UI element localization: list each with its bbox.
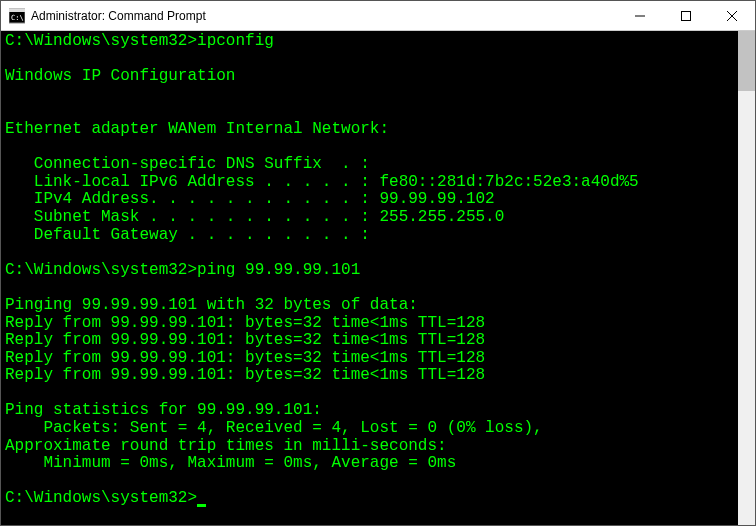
line: Subnet Mask . . . . . . . . . . . : 255.… (5, 208, 504, 226)
line: Connection-specific DNS Suffix . : (5, 155, 370, 173)
line: Default Gateway . . . . . . . . . : (5, 226, 370, 244)
line: Reply from 99.99.99.101: bytes=32 time<1… (5, 366, 485, 384)
line: Approximate round trip times in milli-se… (5, 437, 447, 455)
line: Minimum = 0ms, Maximum = 0ms, Average = … (5, 454, 456, 472)
line: Ping statistics for 99.99.99.101: (5, 401, 322, 419)
line: Windows IP Configuration (5, 67, 235, 85)
line: Packets: Sent = 4, Received = 4, Lost = … (5, 419, 543, 437)
prompt: C:\Windows\system32> (5, 32, 197, 50)
terminal-area: C:\Windows\system32>ipconfig Windows IP … (1, 31, 755, 525)
close-button[interactable] (709, 1, 755, 30)
line: IPv4 Address. . . . . . . . . . . : 99.9… (5, 190, 495, 208)
line: Reply from 99.99.99.101: bytes=32 time<1… (5, 314, 485, 332)
vertical-scrollbar[interactable] (738, 31, 755, 525)
line: Pinging 99.99.99.101 with 32 bytes of da… (5, 296, 418, 314)
command-prompt-window: C:\ Administrator: Command Prompt C:\Win… (0, 0, 756, 526)
command: ipconfig (197, 32, 274, 50)
line: Ethernet adapter WANem Internal Network: (5, 120, 389, 138)
window-controls (617, 1, 755, 30)
prompt: C:\Windows\system32> (5, 261, 197, 279)
cursor (197, 504, 206, 507)
scrollbar-thumb[interactable] (738, 31, 755, 91)
minimize-button[interactable] (617, 1, 663, 30)
maximize-button[interactable] (663, 1, 709, 30)
line: Reply from 99.99.99.101: bytes=32 time<1… (5, 331, 485, 349)
command: ping 99.99.99.101 (197, 261, 360, 279)
titlebar[interactable]: C:\ Administrator: Command Prompt (1, 1, 755, 31)
line: Link-local IPv6 Address . . . . . : fe80… (5, 173, 639, 191)
line: Reply from 99.99.99.101: bytes=32 time<1… (5, 349, 485, 367)
svg-text:C:\: C:\ (11, 14, 24, 22)
cmd-icon: C:\ (9, 8, 25, 24)
window-title: Administrator: Command Prompt (31, 9, 617, 23)
terminal-output[interactable]: C:\Windows\system32>ipconfig Windows IP … (1, 31, 738, 525)
svg-rect-4 (682, 11, 691, 20)
svg-rect-1 (9, 9, 25, 12)
prompt: C:\Windows\system32> (5, 489, 197, 507)
